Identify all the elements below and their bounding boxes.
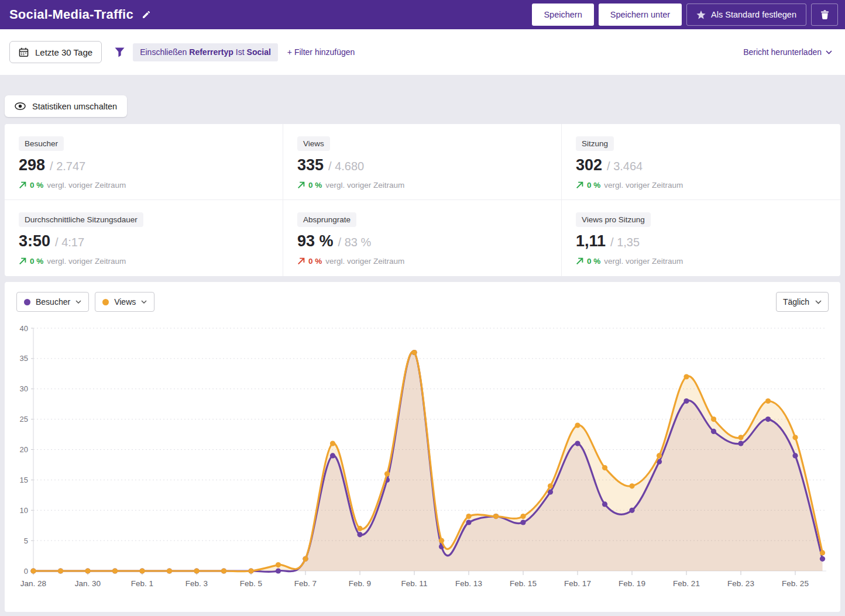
stat-value: 93 % [297, 232, 334, 250]
data-point-views[interactable] [276, 562, 281, 567]
edit-title-button[interactable] [140, 9, 152, 20]
data-point-views[interactable] [248, 568, 253, 573]
stat-value-row: 93 % / 83 % [297, 232, 547, 250]
data-point-views[interactable] [30, 568, 36, 573]
stat-trend-note: vergl. voriger Zeitraum [325, 257, 404, 266]
data-point-besucher[interactable] [330, 453, 335, 458]
filter-chip[interactable]: Einschließen Referrertyp Ist Social [133, 43, 278, 61]
x-axis-label: Feb. 1 [131, 579, 153, 588]
trend-up-arrow-icon [297, 181, 305, 189]
y-axis-label: 0 [24, 567, 28, 576]
x-axis-label: Jan. 30 [75, 579, 101, 588]
stat-comparison-value: / 4.680 [328, 160, 364, 173]
data-point-views[interactable] [303, 556, 308, 562]
chevron-down-icon [75, 300, 81, 304]
filter-chip-prefix: Einschließen [140, 47, 187, 57]
data-point-views[interactable] [357, 526, 362, 531]
data-point-besucher[interactable] [466, 519, 471, 525]
data-point-views[interactable] [548, 483, 553, 488]
data-point-besucher[interactable] [575, 441, 580, 446]
data-point-views[interactable] [439, 538, 444, 543]
x-axis-label: Feb. 3 [186, 579, 208, 588]
calendar-icon [19, 47, 29, 57]
data-point-besucher[interactable] [602, 501, 607, 507]
star-icon [696, 11, 706, 19]
data-point-views[interactable] [765, 398, 771, 404]
save-as-button[interactable]: Speichern unter [599, 4, 682, 26]
y-axis-label: 15 [20, 476, 28, 484]
stat-trend-row: 0 % vergl. voriger Zeitraum [297, 257, 547, 266]
set-default-label: Als Standard festlegen [711, 10, 796, 19]
y-axis-label: 20 [20, 445, 28, 454]
data-point-views[interactable] [657, 453, 662, 458]
data-point-besucher[interactable] [711, 429, 716, 434]
interval-select-value: Täglich [783, 297, 809, 307]
data-point-views[interactable] [330, 441, 335, 446]
stat-value-row: 1,11 / 1,35 [576, 232, 826, 250]
data-point-views[interactable] [493, 514, 499, 519]
data-point-views[interactable] [194, 568, 199, 573]
stat-card: Views pro Sitzung 1,11 / 1,35 0 % vergl.… [562, 200, 840, 276]
stat-value: 335 [297, 156, 324, 174]
stat-value-row: 335 / 4.680 [297, 156, 547, 174]
data-point-views[interactable] [820, 550, 825, 555]
stat-trend-note: vergl. voriger Zeitraum [47, 181, 126, 190]
download-report-dropdown[interactable]: Bericht herunterladen [740, 47, 836, 57]
stat-trend-note: vergl. voriger Zeitraum [604, 181, 683, 190]
data-point-views[interactable] [466, 514, 471, 519]
x-axis-label: Feb. 5 [240, 579, 262, 588]
interval-select[interactable]: Täglich [776, 292, 829, 312]
add-filter-link[interactable]: + Filter hinzufügen [287, 47, 355, 57]
trend-up-arrow-icon [297, 257, 305, 265]
data-point-besucher[interactable] [820, 556, 825, 562]
data-point-views[interactable] [139, 568, 145, 573]
data-point-views[interactable] [711, 417, 716, 422]
x-axis-label: Feb. 13 [455, 579, 482, 588]
data-point-besucher[interactable] [738, 441, 743, 446]
data-point-besucher[interactable] [683, 398, 689, 404]
toggle-stats-button[interactable]: Statistiken umschalten [5, 95, 127, 117]
filter-chip-operator: Ist [236, 47, 245, 57]
data-point-views[interactable] [221, 568, 226, 573]
chart-toolbar: Besucher Views Täglich [5, 292, 840, 312]
stat-value-row: 3:50 / 4:17 [19, 232, 269, 250]
trend-up-arrow-icon [19, 181, 26, 189]
data-point-views[interactable] [602, 465, 607, 470]
trend-up-arrow-icon [19, 257, 26, 265]
data-point-views[interactable] [58, 568, 63, 573]
data-point-views[interactable] [683, 374, 689, 379]
stat-value: 1,11 [576, 232, 606, 250]
set-default-button[interactable]: Als Standard festlegen [686, 4, 806, 26]
data-point-besucher[interactable] [276, 568, 281, 573]
data-point-views[interactable] [167, 568, 172, 573]
data-point-views[interactable] [411, 350, 417, 355]
delete-report-button[interactable] [811, 4, 838, 26]
stat-comparison-value: / 3.464 [607, 160, 643, 173]
stat-trend-percent: 0 % [30, 257, 43, 266]
x-axis-label: Feb. 17 [564, 579, 591, 588]
data-point-besucher[interactable] [792, 453, 798, 458]
date-range-button[interactable]: Letzte 30 Tage [9, 41, 102, 63]
legend-chip[interactable]: Besucher [16, 292, 89, 312]
data-point-views[interactable] [629, 483, 634, 488]
stat-trend-row: 0 % vergl. voriger Zeitraum [19, 257, 269, 266]
data-point-views[interactable] [85, 568, 90, 573]
data-point-besucher[interactable] [765, 417, 771, 422]
eye-icon [15, 102, 26, 110]
stat-trend-percent: 0 % [308, 181, 322, 190]
data-point-views[interactable] [738, 435, 743, 440]
stat-card: Besucher 298 / 2.747 0 % vergl. voriger … [5, 124, 283, 200]
data-point-besucher[interactable] [357, 532, 362, 537]
stat-label-badge: Sitzung [576, 136, 614, 151]
legend-label: Views [114, 297, 136, 307]
data-point-views[interactable] [112, 568, 118, 573]
save-button[interactable]: Speichern [532, 4, 593, 26]
chevron-down-icon [815, 300, 822, 304]
legend-chip[interactable]: Views [95, 292, 154, 312]
data-point-views[interactable] [520, 514, 525, 519]
data-point-views[interactable] [792, 435, 798, 440]
data-point-besucher[interactable] [629, 508, 634, 513]
data-point-views[interactable] [384, 471, 390, 476]
data-point-views[interactable] [575, 422, 580, 428]
data-point-besucher[interactable] [520, 519, 525, 525]
